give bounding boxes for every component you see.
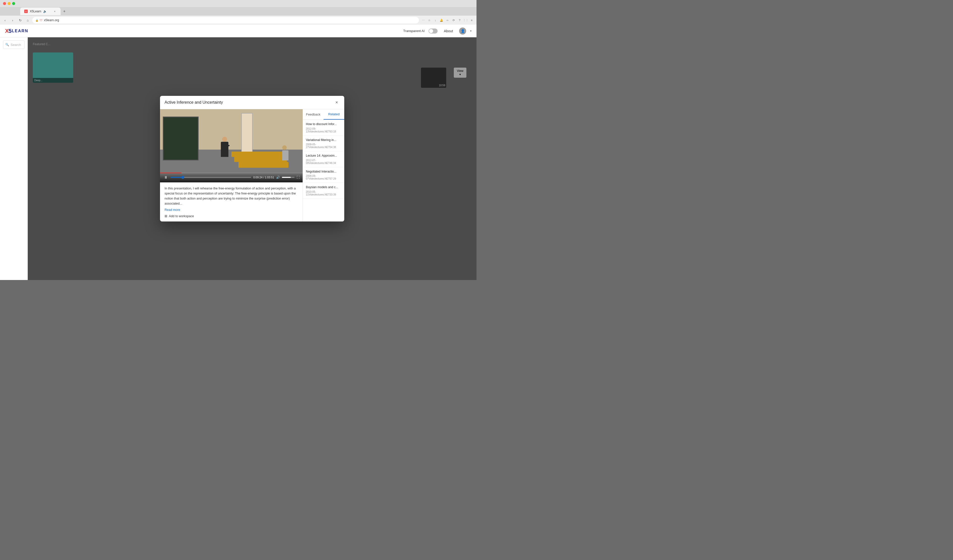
sync-icon[interactable]: ⟳ — [451, 17, 456, 23]
search-placeholder: Search — [11, 43, 21, 46]
tab-audio-icon: 🔈 — [43, 9, 47, 13]
more-icon[interactable]: ⋯ — [421, 17, 426, 23]
workspace-icon: ⊞ — [165, 214, 167, 218]
time-display: 0:09:24 / 1:03:51 — [253, 176, 274, 179]
transparent-ai-toggle[interactable] — [428, 28, 438, 34]
modal-left: ⏸ 0:09:24 / 1:03:51 — [160, 109, 303, 221]
scene-bg — [160, 109, 303, 183]
shield-icon: 🛡 — [40, 19, 42, 22]
browser-nav-icons: ⋯ ☆ ↓ 🔔 ‹› ⟳ ? ⋮⋮ ≡ — [421, 17, 475, 23]
related-item-title: Variational filtering in... — [306, 138, 341, 142]
minimize-window-btn[interactable] — [8, 2, 11, 5]
bench-3 — [231, 152, 287, 157]
notification-icon[interactable]: 🔔 — [439, 17, 444, 23]
pause-button[interactable]: ⏸ — [163, 175, 169, 180]
user-avatar[interactable]: 👤 — [459, 28, 466, 34]
user-dropdown-icon[interactable]: ▾ — [470, 29, 472, 32]
header-right: Transparent AI About 👤 ▾ — [403, 28, 472, 34]
speaker — [217, 131, 232, 157]
sidebar: 🔍 Search — [0, 37, 28, 280]
main-content: Featured C... Deep... View ▾ 10:59 Activ… — [28, 37, 476, 280]
related-item[interactable]: How to discount Infor... 2012-09-13Video… — [303, 120, 344, 136]
logo-x-letter: X — [5, 28, 9, 34]
lock-icon: 🔒 — [35, 19, 38, 22]
fullscreen-button[interactable]: ⛶ — [296, 176, 300, 179]
panel-tabs: Feedback Related — [303, 109, 344, 120]
current-time: 0:09:24 — [253, 176, 262, 179]
video-thumbnail — [160, 109, 303, 183]
modal-right: Feedback Related How to discount Infor..… — [303, 109, 344, 221]
logo-x5: X5 — [5, 28, 11, 34]
active-tab[interactable]: X X5Learn 🔈 × — [20, 8, 61, 15]
download-icon[interactable]: ↓ — [433, 17, 438, 23]
chalkboard — [163, 116, 199, 161]
close-window-btn[interactable] — [3, 2, 6, 5]
app-wrapper: X5 LEARN Transparent AI About 👤 ▾ 🔍 Sear… — [0, 25, 476, 280]
workspace-label: Add to workspace — [169, 214, 194, 218]
related-item-meta: 2008-09-07Videolectures.NET57:29 — [306, 175, 341, 180]
volume-bar[interactable] — [282, 177, 295, 178]
volume-button[interactable]: 🔊 — [276, 176, 280, 179]
related-tab[interactable]: Related — [324, 109, 344, 119]
related-item-title: Negotiated Interactio... — [306, 170, 341, 174]
related-item-title: Lecture 14: Approxim... — [306, 154, 341, 158]
related-item[interactable]: Variational filtering in... 2008-05-27Vi… — [303, 136, 344, 152]
modal-body: ⏸ 0:09:24 / 1:03:51 — [160, 109, 344, 221]
search-icon: 🔍 — [5, 43, 9, 46]
related-item[interactable]: Baysian models and c... 2010-05-11Videol… — [303, 183, 344, 199]
speaker-body — [221, 142, 228, 157]
modal-overlay[interactable]: Active Inference and Uncertainty × — [28, 37, 476, 280]
related-item-title: Baysian models and c... — [306, 186, 341, 189]
modal: Active Inference and Uncertainty × — [160, 96, 344, 221]
extensions-icon[interactable]: ⋮⋮ — [463, 17, 469, 23]
address-bar[interactable]: 🔒 🛡 x5learn.org — [32, 17, 419, 23]
related-item-meta: 2010-05-11Videolectures.NET33:39 — [306, 190, 341, 196]
forward-btn[interactable]: › — [9, 17, 16, 23]
url-display: x5learn.org — [44, 19, 59, 22]
logo: X5 LEARN — [5, 28, 28, 34]
home-btn[interactable]: ⌂ — [25, 17, 31, 23]
browser-chrome: X X5Learn 🔈 × + ‹ › ↻ ⌂ 🔒 🛡 x5learn.org … — [0, 0, 476, 25]
tab-close-btn[interactable]: × — [53, 9, 56, 13]
read-more-link[interactable]: Read more — [165, 208, 298, 212]
modal-title: Active Inference and Uncertainty — [165, 100, 223, 105]
related-list: How to discount Infor... 2012-09-13Video… — [303, 120, 344, 221]
app-header: X5 LEARN Transparent AI About 👤 ▾ — [0, 25, 476, 37]
back-btn[interactable]: ‹ — [2, 17, 8, 23]
description-text: In this presentation, I will rehearse th… — [165, 186, 298, 206]
modal-close-button[interactable]: × — [334, 99, 340, 105]
maximize-window-btn[interactable] — [12, 2, 15, 5]
reload-btn[interactable]: ↻ — [17, 17, 23, 23]
related-item-meta: 2012-07-09Videolectures.NET46:34 — [306, 159, 341, 164]
description-area: In this presentation, I will rehearse th… — [160, 183, 303, 221]
related-item-meta: 2008-05-27Videolectures.NET54:38 — [306, 143, 341, 149]
progress-bar[interactable] — [171, 177, 251, 178]
feedback-tab[interactable]: Feedback — [303, 109, 324, 119]
related-item[interactable]: Lecture 14: Approxim... 2012-07-09Videol… — [303, 152, 344, 167]
help-icon[interactable]: ? — [457, 17, 463, 23]
about-button[interactable]: About — [442, 28, 455, 34]
search-box[interactable]: 🔍 Search — [3, 40, 25, 49]
transparent-ai-label: Transparent AI — [403, 29, 425, 33]
video-player[interactable]: ⏸ 0:09:24 / 1:03:51 — [160, 109, 303, 183]
menu-icon[interactable]: ≡ — [469, 17, 475, 23]
related-item[interactable]: Negotiated Interactio... 2008-09-07Video… — [303, 167, 344, 183]
audience-body — [282, 150, 289, 161]
modal-header: Active Inference and Uncertainty × — [160, 96, 344, 109]
tab-bar: X X5Learn 🔈 × + — [0, 7, 476, 15]
related-item-meta: 2012-09-13Videolectures.NET63:18 — [306, 127, 341, 133]
title-bar — [0, 0, 476, 7]
volume-filled — [282, 177, 291, 178]
speaker-head — [222, 137, 227, 142]
new-tab-btn[interactable]: + — [62, 9, 67, 14]
bench-2 — [234, 157, 287, 162]
related-item-title: How to discount Infor... — [306, 122, 341, 126]
tab-favicon: X — [24, 9, 28, 13]
devtools-icon[interactable]: ‹› — [445, 17, 450, 23]
audience-head — [282, 145, 287, 150]
progress-filled — [171, 177, 183, 178]
progress-thumb — [181, 176, 184, 179]
app-body: 🔍 Search Featured C... Deep... View ▾ 10… — [0, 37, 476, 280]
add-to-workspace-button[interactable]: ⊞ Add to workspace — [165, 214, 194, 218]
bookmark-icon[interactable]: ☆ — [427, 17, 432, 23]
